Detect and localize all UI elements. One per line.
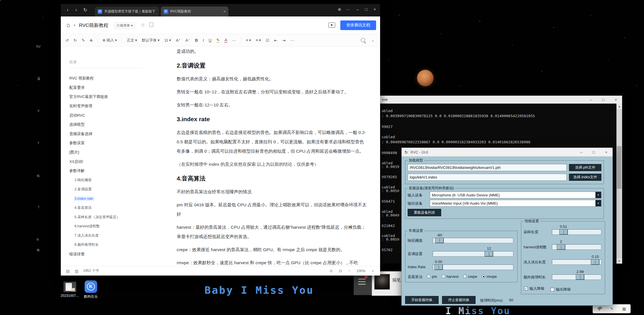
toolbar-button[interactable]: ⋯ [232,38,236,43]
toolbar-button[interactable] [241,38,241,43]
ime-mode-chinese[interactable]: 中 [597,306,602,312]
menu-more-icon[interactable]: ⋯ [344,7,352,12]
toolbar-button[interactable]: U [209,38,212,43]
toolbar-button[interactable]: ↻ [74,38,77,43]
toc-item[interactable]: 5.采样长度（决定变声延迟） [69,213,146,222]
slider-handle[interactable] [435,238,444,243]
forward-icon[interactable]: › [73,7,80,13]
globe-icon[interactable]: ⊕ [336,7,343,12]
slider-handle[interactable] [485,251,493,257]
toc-item[interactable]: 6.harvest进程数 [69,222,146,231]
stop-conversion-button[interactable]: 停止音频转换 [442,296,476,304]
index-path-input[interactable]: logs/kikiV1.index [408,174,567,181]
input-device-select[interactable]: Microphone (6- USB Audio Device (MME) ▼ [430,192,601,198]
toc-item[interactable]: 7.淡入淡出长度 [69,231,146,240]
start-conversion-button[interactable]: 开始音频转换 [405,296,439,304]
toc-item[interactable]: 选择模型 [69,120,146,129]
maximize-button[interactable]: □ [587,148,600,156]
dropdown-arrow-icon[interactable]: ▼ [595,200,601,206]
collapse-toolbar-icon[interactable]: ⌄ [371,38,374,42]
ime-pen-icon[interactable]: ✎ [610,306,614,311]
login-button[interactable]: 登录腾讯文档 [340,20,376,30]
toolbar-button[interactable]: ⇤ [274,38,278,43]
toolbar-button[interactable]: ≡ ▾ [246,38,251,42]
toolbar-button[interactable]: B [195,38,198,43]
toc-item[interactable]: 实时变声推理 [69,102,146,111]
scroll-up-icon[interactable]: ▲ [616,104,622,109]
slider-track[interactable]: 12 [433,251,513,257]
toolbar-button[interactable]: ⇥ [282,38,286,43]
toolbar-button[interactable]: A [224,38,227,43]
slider-handle[interactable] [434,264,443,270]
toc-item[interactable]: 参数详解 [69,166,146,176]
permission-badge[interactable]: 只能查看 ▾ [114,22,135,29]
toolbar-button[interactable]: A [90,38,92,43]
toolbar-button[interactable] [97,38,98,43]
console-scrollbar[interactable]: ▲ ▼ [616,104,622,264]
minimize-button[interactable]: – [575,148,587,156]
zoom-in-button[interactable]: + [372,269,374,273]
rvc-titlebar[interactable]: RVC - GUI – □ × [402,148,612,156]
zoom-out-button[interactable]: − [348,269,350,273]
new-doc-icon[interactable] [149,22,153,27]
slider-track[interactable]: 0.15 [552,259,601,265]
back-icon[interactable]: ‹ [64,7,71,13]
close-button[interactable]: × [610,96,622,104]
locate-icon[interactable]: ⊙ [330,269,332,273]
slider-handle[interactable] [576,274,584,280]
slider-track[interactable]: 0.00 [433,264,513,270]
slider-track[interactable]: 2 [552,244,601,250]
tab-close-icon[interactable]: × [220,9,226,14]
toc-item[interactable]: [图片] [69,148,146,157]
toc-item[interactable]: RVC 萌新教程 [69,74,146,83]
search-icon[interactable] [361,38,365,42]
outline-icon[interactable]: ▥ [75,269,78,273]
output-device-select[interactable]: VoiceMeeter Input (VB-Audio Voi (MME) ▼ [430,200,601,207]
toolbar-button[interactable]: ⋯ [290,38,294,43]
browser-tab-rvc-tutorial[interactable]: RVC萌新教程 × [161,7,228,16]
pitch-algo-radio[interactable]: rmvpe [482,274,497,279]
toolbar-button[interactable]: 11 ▾ [164,38,171,42]
toolbar-button[interactable]: 正文 ▾ [127,38,137,43]
close-button[interactable]: × [371,7,378,12]
page-icon[interactable]: ▤ [66,269,70,273]
slider-handle[interactable] [557,244,565,250]
toolbar-button[interactable]: 默认字体 ▾ [142,38,159,43]
toolbar-button[interactable]: ⊕ 插入 ▾ [103,38,117,43]
ime-keyboard-icon[interactable]: ▦ [622,306,626,311]
toc-item[interactable]: 错误排查 [69,249,146,259]
home-icon[interactable]: ⌂ [66,22,70,28]
select-index-button[interactable]: 选择.index文件 [569,174,601,181]
reload-devices-button[interactable]: 重载设备列表 [408,209,441,216]
toc-item[interactable]: 1.响应阈值 [69,176,146,185]
toc-item[interactable]: 音频设备选择 [69,129,146,139]
minimize-button[interactable]: – [354,7,361,12]
lyric-bar-menu-panel[interactable] [354,273,372,295]
slider-handle[interactable] [559,229,568,235]
pitch-algo-radio[interactable]: crepe [463,274,477,279]
slider-track[interactable]: 0.51 [552,229,601,235]
toolbar-button[interactable]: A⁻ [186,38,190,43]
toolbar-button[interactable]: ☑ [266,38,269,43]
scrollbar-thumb[interactable] [617,146,622,189]
desktop-icon-video[interactable]: 20231007… [59,282,81,298]
fullscreen-icon[interactable]: ⊡ [339,269,342,273]
toolbar-button[interactable]: ↺ [65,38,69,43]
console-titlebar[interactable]: exe – □ × [380,96,622,104]
scroll-down-icon[interactable]: ▼ [616,258,622,264]
toc-item[interactable]: 8.额外推理时长 [69,240,146,250]
toolbar-button[interactable]: A⁺ [176,38,181,43]
toolbar-button[interactable]: I [203,38,204,43]
maximize-button[interactable]: □ [597,96,610,104]
slider-track[interactable]: -60 [433,238,513,243]
toc-item[interactable]: XX启动! [69,157,146,166]
toc-item[interactable]: 4.音高算法 [69,203,146,213]
toc-item[interactable]: 配置要求 [69,83,146,93]
slider-track[interactable]: 2.99 [552,274,601,280]
chevron-down-icon[interactable]: ▾ [74,24,75,27]
dropdown-arrow-icon[interactable]: ▼ [595,192,601,198]
toc-item[interactable]: 启动RVC [69,111,146,120]
minimize-button[interactable]: – [585,96,597,104]
browser-tab-model-download[interactable]: 开源模型库官方版下载｜最新版下 [95,7,159,16]
toc-item[interactable]: 2.音调设置 [69,185,146,194]
